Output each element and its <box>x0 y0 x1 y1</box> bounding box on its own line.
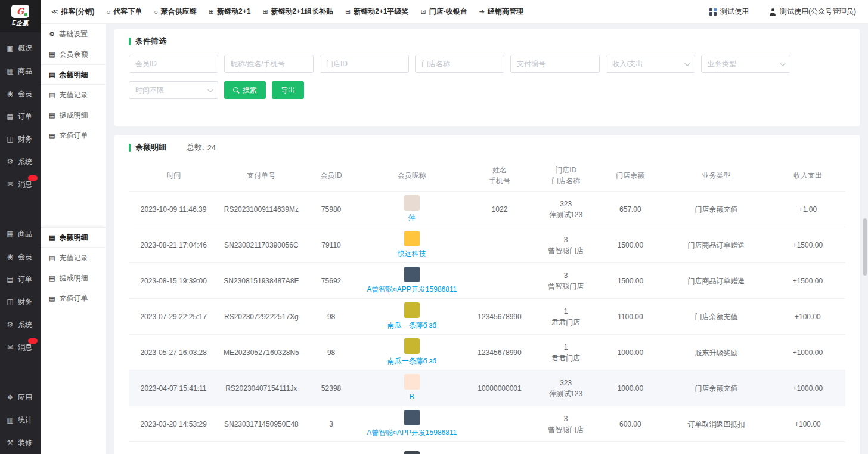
submenu-item-recharge-records-2[interactable]: ▤ 充值记录 <box>41 248 106 268</box>
grid-glyph-icon: ⊞ <box>209 8 214 16</box>
cell-time: 2023-07-29 22:25:17 <box>129 299 218 335</box>
sidebar-item-finance[interactable]: ◫ 财务 <box>0 128 41 150</box>
submenu-item-basic-settings[interactable]: ⚙ 基础设置 <box>41 24 106 44</box>
cell-biz-type: 股东升级奖励 <box>662 335 770 370</box>
cell-name-phone <box>466 263 534 299</box>
member-id-input[interactable] <box>129 55 218 73</box>
grid-glyph-icon: ⊞ <box>345 8 351 16</box>
cell-store: 3 曾智聪门店 <box>534 406 598 442</box>
col-nickname: 会员昵称 <box>358 160 466 192</box>
cell-member-id: 98 <box>304 335 358 370</box>
sidebar-item-orders-2[interactable]: ▤ 订单 <box>0 268 41 291</box>
cell-store: 1 君君门店 <box>534 335 598 370</box>
nav-liandong-leader-subsidy[interactable]: ⊞ 新链动2+1组长补贴 <box>262 7 333 17</box>
sidebar-item-members-2[interactable]: ◉ 会员 <box>0 245 41 268</box>
submenu-item-commission-detail-2[interactable]: ▤ 提成明细 <box>41 268 106 288</box>
cell-balance <box>598 442 662 454</box>
nickname-input[interactable] <box>224 55 314 73</box>
body-row: ⚙ 基础设置 ▤ 会员余额 ▤ 余额明细 ▤ 充值记录 <box>41 24 868 454</box>
table-row-highlighted: 2023-04-07 15:41:11 RS20230407154111Jx 5… <box>129 370 845 406</box>
grid-icon <box>709 8 717 16</box>
nav-supply-chain[interactable]: ○ 聚合供应链 <box>154 7 197 17</box>
member-nickname-link[interactable]: 萍 <box>408 212 416 223</box>
store-name-input[interactable] <box>415 55 504 73</box>
export-button[interactable]: 导出 <box>272 81 304 99</box>
biz-type-select[interactable]: 业务类型 <box>701 55 790 73</box>
gear-icon: ⚙ <box>49 30 55 38</box>
grid-glyph-icon: ⊞ <box>262 8 268 16</box>
store-id-input[interactable] <box>320 55 409 73</box>
scrollbar-thumb[interactable] <box>863 218 867 276</box>
logo-letter: G <box>17 7 24 16</box>
sidebar-item-system-2[interactable]: ⚙ 系统 <box>0 313 41 336</box>
submenu-item-member-balance[interactable]: ▤ 会员余额 <box>41 44 106 64</box>
sidebar-item-members[interactable]: ◉ 会员 <box>0 82 41 105</box>
chevron-down-icon <box>780 60 786 66</box>
nav-proxy-order[interactable]: ○ 代客下单 <box>107 7 142 17</box>
nav-store-cashier[interactable]: ⊡ 门店-收银台 <box>421 7 467 17</box>
time-range-select[interactable]: 时间不限 <box>129 81 218 99</box>
member-nickname-link[interactable]: 南瓜一条藤ő ɜő <box>388 356 436 366</box>
cell-name-phone: 1022 <box>466 192 534 227</box>
submenu-item-balance-detail[interactable]: ▤ 余额明细 <box>41 64 106 85</box>
member-nickname-link[interactable]: B <box>410 391 414 402</box>
table-row: 2023-03-20 14:53:29 SN2303171450950E48 3… <box>129 406 845 442</box>
sidebar-item-decorate[interactable]: ⚒ 装修 <box>0 431 41 454</box>
document-icon: ▤ <box>49 274 55 282</box>
sidebar-item-finance-2[interactable]: ◫ 财务 <box>0 291 41 313</box>
sidebar-item-orders[interactable]: ▤ 订单 <box>0 105 41 128</box>
submenu-item-balance-detail-2[interactable]: ▤ 余额明细 <box>41 227 106 248</box>
member-avatar <box>404 302 420 318</box>
inout-select[interactable]: 收入/支出 <box>606 55 695 73</box>
document-icon: ▤ <box>49 91 55 99</box>
cell-nickname: A曾智聪¤APP开发15986811 <box>358 263 466 299</box>
submenu-item-recharge-orders[interactable]: ▤ 充值订单 <box>41 125 106 146</box>
main-column: ≪ 推客(分销) ○ 代客下单 ○ 聚合供应链 ⊞ 新链动2+1 ⊞ 新链动2+… <box>41 0 868 454</box>
app-logo[interactable]: G E企赢 <box>0 0 41 32</box>
apps-icon: ❖ <box>6 393 14 402</box>
pay-no-input[interactable] <box>510 55 600 73</box>
member-nickname-link[interactable]: 快远科技 <box>398 248 426 259</box>
scrollbar[interactable] <box>863 0 867 454</box>
sidebar-item-overview[interactable]: ▣ 概况 <box>0 37 41 60</box>
document-icon: ▤ <box>49 112 55 119</box>
title-accent-bar <box>129 144 131 152</box>
system-icon: ⚙ <box>6 157 14 166</box>
member-avatar <box>404 267 420 282</box>
member-avatar <box>404 338 420 354</box>
cell-time: 2023-08-21 17:04:46 <box>129 227 218 263</box>
cell-time: 2023-08-15 19:39:00 <box>129 263 218 299</box>
sidebar-item-goods-2[interactable]: ▦ 商品 <box>0 223 41 245</box>
member-nickname-link[interactable]: A曾智聪¤APP开发15986811 <box>367 427 457 438</box>
sidebar-item-goods[interactable]: ▦ 商品 <box>0 60 41 82</box>
cell-balance: 1000.00 <box>598 370 662 406</box>
table-row: 2023-08-21 17:04:46 SN230821170390056C 7… <box>129 227 845 263</box>
document-icon: ▤ <box>49 51 55 58</box>
sidebar-item-system[interactable]: ⚙ 系统 <box>0 150 41 173</box>
cell-nickname: 南瓜一条藤ő ɜő <box>358 299 466 335</box>
cell-in-out: +1500.00 <box>770 263 845 299</box>
nav-liandong-level-award[interactable]: ⊞ 新链动2+1平级奖 <box>345 7 409 17</box>
search-button[interactable]: 搜索 <box>224 81 266 99</box>
nav-liandong[interactable]: ⊞ 新链动2+1 <box>209 7 251 17</box>
document-icon: ▤ <box>49 254 55 262</box>
sidebar-item-stats[interactable]: ▥ 统计 <box>0 409 41 431</box>
submenu-item-recharge-orders-2[interactable]: ▤ 充值订单 <box>41 288 106 308</box>
sidebar-item-messages-2[interactable]: ✉ 消息 <box>0 336 41 359</box>
cell-in-out: +1500.00 <box>770 227 845 263</box>
nav-distributor-management[interactable]: ➔ 经销商管理 <box>479 7 523 17</box>
workspace-switcher[interactable]: 测试使用 <box>709 7 749 17</box>
member-avatar <box>404 451 420 454</box>
cell-pay-no <box>218 442 304 454</box>
member-nickname-link[interactable]: 南瓜一条藤ő ɜő <box>388 320 436 331</box>
nav-tuike-distribution[interactable]: ≪ 推客(分销) <box>51 7 95 17</box>
member-nickname-link[interactable]: A曾智聪¤APP开发15986811 <box>367 284 457 295</box>
sidebar-item-messages[interactable]: ✉ 消息 <box>0 173 41 196</box>
screen-icon: ⊡ <box>421 8 426 16</box>
account-menu[interactable]: 测试使用(公众号管理员) <box>769 7 856 17</box>
submenu-item-commission-detail[interactable]: ▤ 提成明细 <box>41 105 106 125</box>
sidebar-item-apps[interactable]: ❖ 应用 <box>0 386 41 409</box>
cell-time: 2023-04-07 15:41:11 <box>129 370 218 406</box>
submenu-item-recharge-records[interactable]: ▤ 充值记录 <box>41 85 106 105</box>
cell-in-out: +100.00 <box>770 299 845 335</box>
